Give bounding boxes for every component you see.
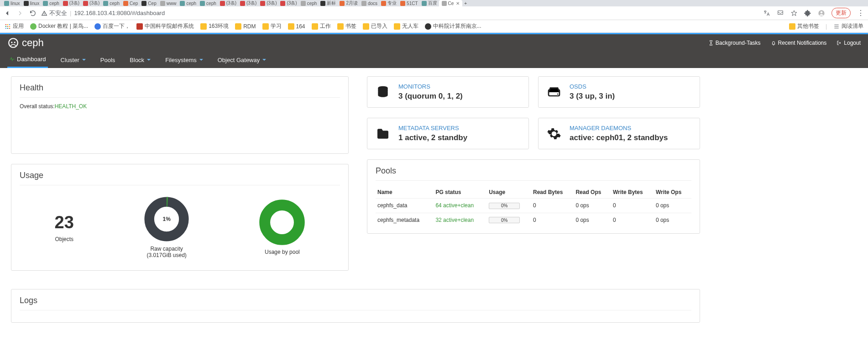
browser-tab[interactable]: 百度 (420, 0, 439, 6)
background-tasks-link[interactable]: Background-Tasks (708, 40, 761, 46)
new-tab-button[interactable]: + (462, 1, 469, 6)
mds-card[interactable]: METADATA SERVERS 1 active, 2 standby (367, 118, 529, 149)
nav-block[interactable]: Block (128, 52, 152, 68)
bookmark-item[interactable]: 已导入 (363, 22, 387, 30)
update-button[interactable]: 更新 (831, 8, 851, 18)
browser-tab[interactable]: (3条) (258, 0, 278, 6)
reading-list[interactable]: 阅读清单 (833, 22, 863, 30)
health-card: Health Overall status:HEALTH_OK (11, 76, 349, 154)
browser-tab[interactable]: 专业 (379, 0, 398, 6)
bell-icon (771, 40, 776, 46)
browser-tab[interactable]: www (158, 1, 178, 6)
col-usage[interactable]: Usage (487, 186, 531, 199)
folder-icon (288, 23, 294, 30)
favicon (361, 1, 366, 6)
browser-tab[interactable]: (3条) (81, 0, 101, 6)
nav-cluster[interactable]: Cluster (59, 52, 88, 68)
notifications-link[interactable]: Recent Notifications (771, 40, 827, 46)
url-input[interactable]: 不安全 | 192.168.103.41:8080/#/dashboard (41, 9, 758, 17)
monitors-label: MONITORS (398, 83, 463, 90)
browser-tab[interactable]: ceph (101, 1, 121, 6)
mds-label: METADATA SERVERS (398, 125, 467, 131)
favicon (220, 1, 225, 6)
browser-tab[interactable]: Cep (140, 1, 158, 6)
folder-icon (200, 23, 207, 30)
col-wb[interactable]: Write Bytes (611, 186, 654, 199)
pool-usage: 0% (487, 213, 531, 227)
bookmark-item[interactable]: 书签 (337, 22, 356, 30)
nav-object-gateway[interactable]: Object Gateway (216, 52, 268, 68)
bookmark-item[interactable]: 百度一下， (94, 22, 130, 30)
send-icon[interactable] (777, 10, 784, 17)
pool-usage: 0% (487, 199, 531, 213)
bookmark-item[interactable]: 中国科学院邮件系统 (136, 22, 194, 30)
reload-button[interactable] (29, 10, 37, 17)
nav-filesystems[interactable]: Filesystems (163, 52, 205, 68)
browser-tab[interactable]: (3条) (61, 0, 81, 6)
favicon (63, 1, 68, 6)
mgr-value: active: ceph01, 2 standbys (570, 133, 668, 142)
forward-button[interactable] (16, 10, 24, 17)
folder-icon (363, 23, 369, 30)
pool-name: cephfs_data (376, 199, 434, 213)
health-status: Overall status:HEALTH_OK (20, 103, 340, 110)
apps-button[interactable]: 应用 (5, 22, 24, 30)
logout-link[interactable]: Logout (837, 40, 861, 46)
other-bookmarks[interactable]: 其他书签 (789, 22, 819, 30)
translate-icon[interactable] (763, 10, 770, 17)
favicon (160, 1, 165, 6)
bookmark-item[interactable]: 学习 (262, 22, 282, 30)
col-ro[interactable]: Read Ops (574, 186, 611, 199)
bookmark-item[interactable]: Docker 教程 | 菜鸟... (30, 22, 88, 30)
mgr-card[interactable]: MANAGER DAEMONS active: ceph01, 2 standb… (538, 118, 700, 149)
svg-point-12 (11, 42, 12, 43)
browser-tab[interactable]: (3条) (278, 0, 298, 6)
table-row[interactable]: cephfs_data 64 active+clean 0% 0 0 ops 0… (376, 199, 691, 213)
pool-rb: 0 (531, 199, 574, 213)
browser-tab[interactable]: Cep (121, 1, 140, 6)
menu-icon[interactable]: ⋮ (857, 9, 864, 17)
col-pg[interactable]: PG status (434, 186, 487, 199)
browser-tab-active[interactable]: Ce✕ (439, 0, 463, 6)
favicon (260, 1, 265, 6)
profile-icon[interactable] (818, 10, 825, 17)
ceph-logo[interactable]: ceph (7, 37, 44, 49)
bookmark-item[interactable]: RDM (235, 23, 256, 30)
table-row[interactable]: cephfs_metadata 32 active+clean 0% 0 0 o… (376, 213, 691, 227)
star-icon[interactable] (790, 10, 798, 17)
browser-tab[interactable]: ceph (178, 1, 198, 6)
browser-tab[interactable]: 51CT (398, 1, 419, 6)
hdd-icon (547, 85, 561, 100)
col-name[interactable]: Name (376, 186, 434, 199)
chevron-down-icon (199, 59, 203, 61)
bookmark-item[interactable]: 无人车 (394, 22, 418, 30)
monitors-card[interactable]: MONITORS 3 (quorum 0, 1, 2) (367, 76, 529, 108)
browser-tab[interactable]: (3条) (218, 0, 238, 6)
col-wo[interactable]: Write Ops (654, 186, 691, 199)
bookmark-item[interactable]: 164 (288, 23, 305, 30)
folder-icon (312, 23, 318, 30)
svg-point-16 (265, 205, 300, 240)
close-icon[interactable]: ✕ (456, 1, 460, 6)
browser-tab[interactable]: linux (2, 1, 22, 6)
svg-point-11 (9, 38, 18, 47)
browser-tab[interactable]: docs (360, 1, 379, 6)
browser-tab[interactable]: 2月读 (338, 0, 360, 6)
browser-tab[interactable]: (3条) (238, 0, 258, 6)
browser-tab[interactable]: ceph (198, 1, 218, 6)
url-text: 192.168.103.41:8080/#/dashboard (74, 10, 165, 16)
extensions-icon[interactable] (804, 10, 811, 17)
browser-tab[interactable]: ceph (41, 1, 61, 6)
browser-tab[interactable]: ceph (299, 1, 319, 6)
browser-tab[interactable]: linux (22, 1, 42, 6)
back-button[interactable] (4, 10, 11, 17)
osds-card[interactable]: OSDS 3 (3 up, 3 in) (538, 76, 700, 108)
col-rb[interactable]: Read Bytes (531, 186, 574, 199)
bookmark-item[interactable]: 工作 (312, 22, 331, 30)
bookmark-item[interactable]: 163环境 (200, 22, 229, 30)
browser-tab[interactable]: 新标 (319, 0, 338, 6)
nav-pools[interactable]: Pools (99, 52, 117, 68)
favicon (43, 1, 48, 6)
bookmark-item[interactable]: 中科院计算所南京... (425, 22, 481, 30)
nav-dashboard[interactable]: Dashboard (7, 52, 48, 68)
